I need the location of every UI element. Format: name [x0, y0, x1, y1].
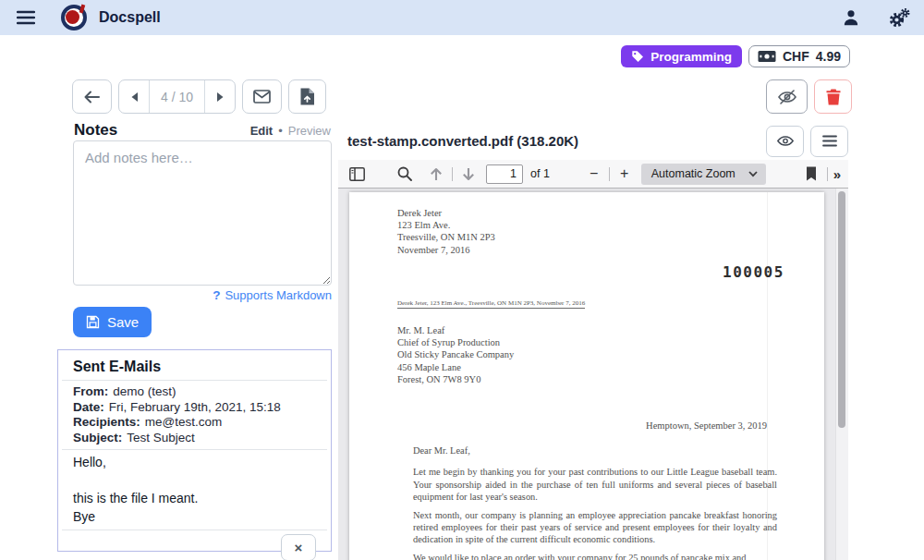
toggle-visibility-button[interactable]: [766, 79, 808, 114]
amount-value: 4.99: [816, 49, 841, 64]
mail-body-line: Bye: [73, 508, 316, 527]
mail-body-line: this is the file I meant.: [73, 490, 316, 508]
letter-paragraph: We would like to place an order with you…: [413, 552, 777, 560]
document-actions: [766, 79, 852, 114]
attachment-menu-button[interactable]: [810, 126, 848, 157]
markdown-hint-link[interactable]: Supports Markdown: [225, 288, 332, 302]
sent-emails-title: Sent E-Mails: [73, 359, 316, 375]
notes-edit-tab[interactable]: Edit: [250, 124, 274, 138]
close-icon: ×: [295, 540, 303, 555]
preview-attachment-button[interactable]: [766, 126, 804, 157]
divider: [62, 449, 327, 450]
stamp-number: 100005: [723, 263, 784, 281]
divider: [609, 167, 610, 181]
app-title: Docspell: [99, 9, 161, 26]
app-window: Docspell Programming: [0, 0, 924, 560]
settings-button[interactable]: [883, 4, 915, 31]
item-toolbar: 4 / 10: [72, 79, 326, 114]
zoom-level-value: Automatic Zoom: [651, 167, 736, 180]
currency-code: CHF: [783, 49, 809, 64]
prev-item-button[interactable]: [119, 80, 150, 113]
notes-preview-tab[interactable]: Preview: [288, 124, 331, 138]
mail-date-row: Date:Fri, February 19th, 2021, 15:18: [73, 400, 316, 416]
pdf-search-button[interactable]: [395, 163, 415, 185]
banknote-icon: [758, 50, 776, 63]
recipients-value: me@test.com: [145, 415, 222, 429]
amount-badge[interactable]: CHF 4.99: [748, 45, 850, 67]
mail-body: Hello, this is the file I meant. Bye: [73, 454, 316, 526]
sidebar-toggle-icon: [349, 167, 365, 181]
zoom-in-button[interactable]: +: [615, 165, 634, 182]
user-account-button[interactable]: [835, 4, 867, 31]
mail-recipients-row: Recipients:me@test.com: [73, 415, 316, 431]
pdf-header: test-stamp.converted.pdf (318.20K): [338, 124, 848, 158]
markdown-hint: ?Supports Markdown: [73, 288, 332, 302]
letter-salutation: Dear Mr. Leaf,: [413, 444, 777, 457]
subject-label: Subject:: [73, 431, 122, 444]
attachment-filename: test-stamp.converted.pdf (318.20K): [347, 133, 578, 149]
trash-icon: [826, 89, 841, 105]
back-button[interactable]: [72, 79, 112, 114]
pdf-page-number-input[interactable]: [486, 164, 523, 184]
question-icon: ?: [213, 288, 220, 302]
person-icon: [842, 8, 860, 27]
divider: [62, 380, 327, 381]
chevron-down-icon: [748, 171, 758, 177]
bookmark-icon: [806, 166, 817, 181]
letter-body: Dear Mr. Leaf, Let me begin by thanking …: [413, 444, 777, 560]
arrow-left-icon: [83, 90, 101, 104]
pdfjs-toolbar: of 1 − + Automatic Zoom »: [338, 160, 848, 189]
divider: [62, 530, 327, 530]
sidebar-toggle-button[interactable]: [346, 163, 367, 185]
menu-lines-icon: [822, 135, 837, 147]
item-position-indicator: 4 / 10: [150, 80, 204, 113]
letter-reference-line: Derek Jeter, 123 Elm Ave., Treesville, O…: [397, 299, 585, 309]
notes-tab-separator: •: [278, 124, 283, 138]
floppy-save-icon: [86, 315, 100, 329]
pdf-next-page-button[interactable]: [458, 163, 479, 185]
mail-from-row: From:demo (test): [73, 384, 316, 400]
date-label: Date:: [73, 400, 104, 414]
close-mail-view-button[interactable]: ×: [281, 534, 316, 560]
notes-title: Notes: [74, 121, 117, 140]
letter-recipient-block: Mr. M. Leaf Chief of Syrup Production Ol…: [397, 324, 514, 385]
letter-paragraph: Let me begin by thanking you for your pa…: [413, 466, 777, 503]
notes-input[interactable]: [73, 140, 332, 286]
pdf-viewport[interactable]: Derek Jeter 123 Elm Ave. Treesville, ON …: [338, 189, 848, 560]
pdf-bookmark-button[interactable]: [801, 163, 821, 185]
top-navbar: Docspell: [0, 0, 924, 35]
add-file-button[interactable]: [288, 79, 326, 114]
divider: [827, 167, 828, 181]
recipients-label: Recipients:: [73, 415, 140, 429]
pdf-panel: test-stamp.converted.pdf (318.20K): [338, 124, 848, 560]
pdf-page-count-label: of 1: [530, 167, 550, 180]
save-button-label: Save: [107, 314, 139, 330]
notes-header: Notes Edit • Preview: [74, 121, 331, 140]
save-notes-button[interactable]: Save: [73, 307, 152, 337]
page-nav-group: 4 / 10: [118, 79, 236, 114]
delete-item-button[interactable]: [814, 79, 852, 114]
pdf-prev-page-button[interactable]: [426, 163, 446, 185]
zoom-level-select[interactable]: Automatic Zoom: [641, 164, 766, 185]
letter-sender-block: Derek Jeter 123 Elm Ave. Treesville, ON …: [397, 207, 495, 256]
next-item-button[interactable]: [204, 80, 235, 113]
from-label: From:: [73, 384, 108, 398]
caret-left-icon: [130, 91, 139, 103]
item-badges: Programming CHF 4.99: [621, 45, 850, 67]
subject-value: Test Subject: [127, 431, 195, 444]
pdf-more-tools-button[interactable]: »: [833, 166, 840, 182]
envelope-icon: [253, 90, 271, 103]
pdf-scrollbar-thumb[interactable]: [838, 191, 845, 428]
tag-badge[interactable]: Programming: [621, 45, 742, 67]
from-value: demo (test): [113, 384, 176, 398]
date-value: Fri, February 19th, 2021, 15:18: [109, 400, 281, 414]
docspell-logo-icon: [61, 5, 87, 30]
menu-toggle-button[interactable]: [10, 4, 42, 31]
gears-icon: [888, 7, 910, 28]
eye-icon: [776, 134, 795, 148]
tag-label: Programming: [650, 50, 732, 64]
send-mail-button[interactable]: [242, 79, 282, 114]
zoom-out-button[interactable]: −: [585, 165, 603, 182]
search-icon: [397, 166, 412, 181]
eye-slash-icon: [777, 89, 797, 105]
